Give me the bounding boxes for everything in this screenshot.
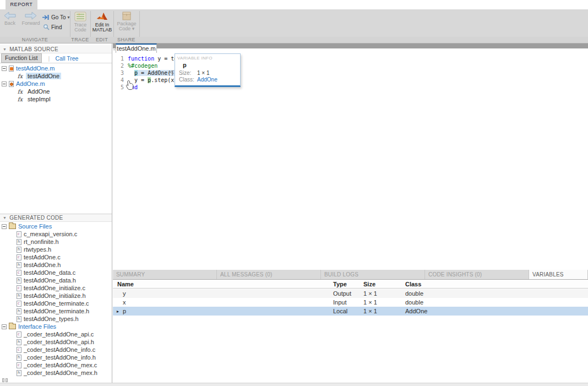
- tree-function-row[interactable]: fxAddOne: [0, 88, 112, 95]
- generated-file-row[interactable]: htestAddOne_initialize.h: [0, 292, 112, 300]
- variable-class-cell: AddOne: [405, 308, 588, 314]
- c-file-icon: c: [17, 285, 21, 291]
- variable-row[interactable]: yOutput1 × 1double: [113, 289, 588, 298]
- matlab-source-header[interactable]: ▼ MATLAB SOURCE: [0, 45, 112, 53]
- generated-file-row[interactable]: htestAddOne_data.h: [0, 276, 112, 284]
- generated-file-label[interactable]: rtwtypes.h: [24, 246, 51, 253]
- package-code-button[interactable]: PackageCode ▾: [115, 12, 139, 31]
- find-button[interactable]: Find: [43, 24, 62, 30]
- generated-file-row[interactable]: hrtwtypes.h: [0, 246, 112, 253]
- generated-file-row[interactable]: ctestAddOne_data.c: [0, 269, 112, 276]
- column-header-name: Name: [113, 281, 333, 287]
- file-link[interactable]: AddOne.m: [16, 80, 45, 87]
- tooltip-class-link[interactable]: AddOne: [197, 77, 217, 83]
- generated-code-header[interactable]: ▼ GENERATED CODE: [0, 214, 112, 222]
- bottom-tab-build-logs[interactable]: BUILD LOGS: [321, 270, 425, 279]
- collapse-box-icon[interactable]: [2, 81, 7, 86]
- folder-link[interactable]: Interface Files: [18, 323, 56, 330]
- h-file-icon: h: [17, 316, 21, 322]
- splitter-grip-icon[interactable]: [113, 45, 115, 51]
- editor-tab-strip: testAddOne.m: [113, 44, 588, 53]
- m-class-file-icon: [9, 81, 14, 87]
- goto-button[interactable]: Go To ▾: [42, 14, 70, 20]
- edit-in-matlab-button[interactable]: Edit InMATLAB: [91, 12, 113, 32]
- generated-file-row[interactable]: htestAddOne_terminate.h: [0, 307, 112, 315]
- tree-file-row[interactable]: testAddOne.m: [0, 64, 112, 72]
- report-tab[interactable]: REPORT: [6, 0, 37, 9]
- variable-row[interactable]: xInput1 × 1double: [113, 298, 588, 307]
- generated-file-row[interactable]: h_coder_testAddOne_info.h: [0, 354, 112, 361]
- bottom-tab-all-messages-0[interactable]: ALL MESSAGES (0): [217, 270, 321, 279]
- generated-file-row[interactable]: h_coder_testAddOne_mex.h: [0, 369, 112, 377]
- navigate-section-label: NAVIGATE: [0, 37, 70, 42]
- tree-file-row[interactable]: AddOne.m: [0, 80, 112, 88]
- folder-icon: [9, 224, 16, 229]
- generated-file-row[interactable]: htestAddOne_types.h: [0, 315, 112, 323]
- generated-file-label[interactable]: testAddOne_data.c: [24, 269, 75, 276]
- generated-file-label[interactable]: _coder_testAddOne_info.c: [24, 346, 95, 353]
- generated-file-label[interactable]: _coder_testAddOne_info.h: [24, 354, 96, 361]
- tree-function-row[interactable]: fxtestAddOne: [0, 72, 112, 80]
- generated-file-label[interactable]: testAddOne_types.h: [24, 316, 79, 322]
- generated-file-label[interactable]: _coder_testAddOne_mex.h: [24, 369, 97, 376]
- back-button[interactable]: Back: [1, 12, 19, 26]
- generated-file-row[interactable]: hrt_nonfinite.h: [0, 238, 112, 246]
- generated-file-label[interactable]: _coder_testAddOne_api.h: [24, 339, 94, 345]
- call-tree-tab[interactable]: Call Tree: [55, 55, 78, 62]
- trace-code-button[interactable]: TraceCode: [71, 12, 90, 32]
- generated-file-row[interactable]: c_coder_testAddOne_mex.c: [0, 361, 112, 369]
- editor-tab-testAddOne[interactable]: testAddOne.m: [116, 44, 157, 53]
- sidebar-resize-glyph: [2, 378, 8, 382]
- variable-size-cell: 1 × 1: [363, 299, 405, 306]
- generated-file-label[interactable]: testAddOne_data.h: [24, 277, 76, 284]
- line-number: 2: [113, 62, 124, 69]
- generated-file-label[interactable]: c_mexapi_version.c: [24, 231, 77, 237]
- edit-section-label: EDIT: [90, 37, 113, 42]
- generated-file-row[interactable]: h_coder_testAddOne_api.h: [0, 338, 112, 346]
- collapse-box-icon[interactable]: [2, 66, 7, 71]
- bottom-tab-variables[interactable]: VARIABLES: [529, 270, 588, 279]
- tree-folder-row[interactable]: Source Files: [0, 222, 112, 230]
- generated-file-label[interactable]: testAddOne.c: [24, 254, 61, 260]
- generated-file-row[interactable]: ctestAddOne_initialize.c: [0, 284, 112, 292]
- generated-file-row[interactable]: ctestAddOne_terminate.c: [0, 300, 112, 307]
- tooltip-variable-name: p: [183, 62, 240, 68]
- generated-file-label[interactable]: testAddOne.h: [24, 262, 61, 268]
- generated-file-row[interactable]: cc_mexapi_version.c: [0, 230, 112, 238]
- variable-size-cell: 1 × 1: [363, 308, 405, 314]
- generated-file-label[interactable]: testAddOne_terminate.c: [24, 300, 89, 307]
- generated-file-row[interactable]: c_coder_testAddOne_info.c: [0, 346, 112, 354]
- variable-name-cell: y: [123, 290, 126, 297]
- forward-button[interactable]: Forward: [20, 12, 42, 26]
- generated-file-row[interactable]: ctestAddOne.c: [0, 253, 112, 261]
- bottom-tab-code-insights-0[interactable]: CODE INSIGHTS (0): [425, 270, 529, 279]
- generated-file-label[interactable]: testAddOne_terminate.h: [24, 308, 89, 314]
- tooltip-size-value: 1 × 1: [197, 70, 210, 76]
- function-list-tab[interactable]: Function List: [1, 53, 42, 63]
- source-view-tabs: Function List | Call Tree: [0, 53, 112, 63]
- tree-function-row[interactable]: fxstepImpl: [0, 95, 112, 103]
- generated-file-row[interactable]: htestAddOne.h: [0, 261, 112, 269]
- generated-file-row[interactable]: c_coder_testAddOne_api.c: [0, 330, 112, 338]
- bottom-panel-tabs: SUMMARYALL MESSAGES (0)BUILD LOGSCODE IN…: [113, 270, 588, 279]
- bottom-tab-summary[interactable]: SUMMARY: [113, 270, 217, 279]
- collapse-box-icon[interactable]: [2, 224, 7, 229]
- function-label[interactable]: testAddOne: [26, 73, 61, 79]
- generated-file-label[interactable]: testAddOne_initialize.h: [24, 292, 86, 299]
- tree-folder-row[interactable]: Interface Files: [0, 323, 112, 330]
- generated-file-label[interactable]: _coder_testAddOne_mex.c: [24, 362, 97, 368]
- generated-file-label[interactable]: rt_nonfinite.h: [24, 238, 59, 245]
- collapse-box-icon[interactable]: [2, 324, 7, 329]
- hand-cursor-icon: [126, 80, 134, 90]
- folder-link[interactable]: Source Files: [18, 223, 52, 230]
- collapse-triangle-icon: ▼: [3, 216, 7, 220]
- function-label[interactable]: AddOne: [26, 88, 51, 95]
- file-link[interactable]: testAddOne.m: [16, 65, 55, 72]
- title-bar: REPORT: [0, 0, 588, 9]
- function-label[interactable]: stepImpl: [26, 96, 52, 102]
- generated-file-label[interactable]: testAddOne_initialize.c: [24, 285, 85, 291]
- generated-file-label[interactable]: _coder_testAddOne_api.c: [24, 331, 94, 338]
- row-expand-icon[interactable]: ▸: [117, 309, 123, 314]
- h-file-icon: h: [17, 308, 21, 314]
- variable-row[interactable]: ▸pLocal1 × 1AddOne: [113, 307, 588, 316]
